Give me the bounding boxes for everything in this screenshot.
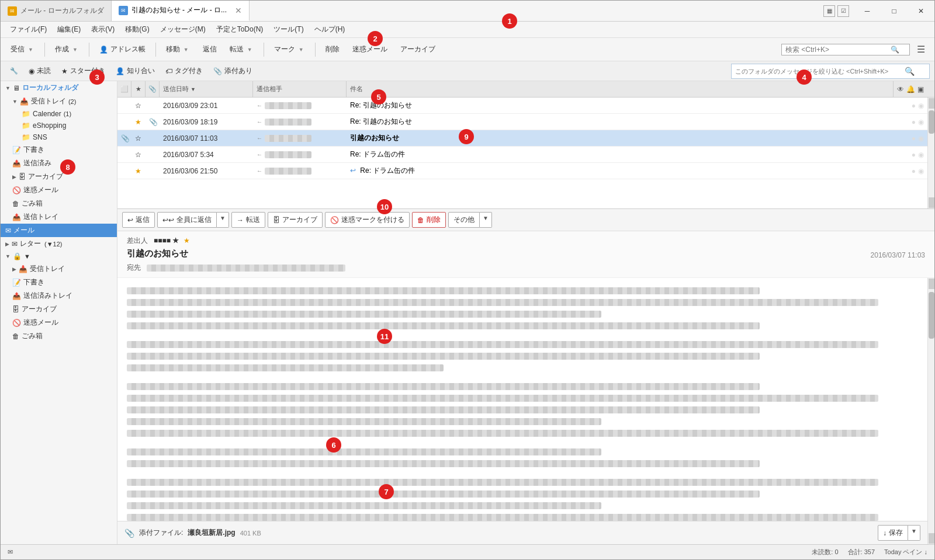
sidebar-item-junk[interactable]: 🚫 迷惑メール [1,183,117,197]
compose-dropdown-arrow[interactable]: ▼ [71,44,79,55]
save-attachment-button[interactable]: ↓ 保存 ▼ [878,525,920,541]
menu-help[interactable]: ヘルプ(H) [310,22,350,37]
reading-reply-button[interactable]: ↩ 返信 [122,212,155,228]
sidebar-item-inbox[interactable]: ▼ 📥 受信トレイ (2) [1,95,117,108]
reading-scrollbar[interactable] [927,278,934,544]
sidebar-item-drafts[interactable]: 📝 下書き [1,143,117,156]
header-star[interactable]: ★ [131,81,146,97]
message-row[interactable]: ★ 2016/03/06 21:50 ← [117,163,927,179]
sidebar-item-trash[interactable]: 🗑 ごみ箱 [1,197,117,210]
sidebar-item-archive2[interactable]: 🗄 アーカイブ [1,302,117,316]
row4-star[interactable]: ☆ [131,151,146,159]
reply-button[interactable]: 返信 [198,41,222,57]
tab-mail[interactable]: ✉ メール - ローカルフォルダ [1,1,112,21]
menu-move[interactable]: 移動(G) [120,22,154,37]
sidebar-item-sent[interactable]: 📤 送信済み [1,156,117,170]
list-scrollbar-thumb[interactable] [929,110,934,134]
sidebar-item-outbox[interactable]: 📤 送信トレイ [1,210,117,224]
sidebar-item-sent2[interactable]: 📤 送信済みトレイ [1,289,117,302]
sidebar-item-calender[interactable]: 📁 Calender (1) [1,108,117,120]
status-layout[interactable]: Today ペイン ↓ [884,548,927,556]
menu-file[interactable]: ファイル(F) [5,22,51,37]
tab-email[interactable]: ✉ 引越のお知らせ - メール - ロ... ✕ [112,1,250,21]
sidebar-item-drafts2[interactable]: 📝 下書き [1,276,117,289]
message-row-selected[interactable]: 📎 ☆ 2016/03/07 11:03 ← [117,130,927,147]
menu-tools[interactable]: ツール(T) [269,22,308,37]
message-row[interactable]: ☆ 2016/03/09 23:01 ← [117,98,927,114]
folder-search-icon[interactable]: 🔍 [905,67,915,76]
receive-dropdown-arrow[interactable]: ▼ [27,44,34,55]
reading-forward-button[interactable]: → 転送 [231,212,265,228]
wc-icon-1[interactable]: ▦ [823,5,835,17]
wc-icon-2[interactable]: ☑ [837,5,849,17]
sidebar-item-local-folder[interactable]: ▼ 🖥 ローカルフォルダ [1,81,117,95]
filter-unread-button[interactable]: ◉ 未読 [24,64,56,78]
junk-button[interactable]: 迷惑メール [347,41,393,57]
row1-star[interactable]: ☆ [131,102,146,110]
filter-tagged-button[interactable]: 🏷 タグ付き [161,64,207,78]
menu-view[interactable]: 表示(V) [86,22,119,37]
menu-todo[interactable]: 予定とToDo(N) [212,22,268,37]
row2-star[interactable]: ★ [131,118,146,126]
folder-search-input[interactable] [735,68,905,75]
reply-all-dropdown-arrow[interactable]: ▼ [217,212,229,228]
sidebar-item-account2[interactable]: ▼ 🔒 ▼ [1,251,117,262]
message-row[interactable]: ★ 📎 2016/03/09 18:19 ← [117,114,927,130]
tab-close-icon[interactable]: ✕ [235,6,242,15]
filter-options-button[interactable]: 🔧 [5,65,23,76]
sidebar-item-sns[interactable]: 📁 SNS [1,131,117,143]
reading-other-button[interactable]: その他 ▼ [448,212,492,228]
sidebar-item-trash2[interactable]: 🗑 ごみ箱 [1,329,117,343]
header-subject[interactable]: 件名 [347,81,894,97]
sidebar-item-letter[interactable]: ▶ ✉ レター (▼12) [1,237,117,251]
move-button[interactable]: 移動 ▼ [161,41,195,58]
compose-button[interactable]: 作成 ▼ [50,41,84,58]
move-dropdown-arrow[interactable]: ▼ [182,44,190,55]
message-row[interactable]: ☆ 2016/03/07 5:34 ← [117,147,927,163]
mark-dropdown-arrow[interactable]: ▼ [297,44,305,55]
reading-delete-button[interactable]: 🗑 削除 [412,212,446,228]
row3-subject: 引越のお知らせ [347,133,908,143]
forward-button[interactable]: 転送 ▼ [224,41,259,58]
tab-mail-icon: ✉ [8,6,17,16]
save-dropdown-arrow[interactable]: ▼ [908,525,920,541]
reading-reply-all-button[interactable]: ↩↩ 全員に返信 ▼ [157,212,229,228]
close-button[interactable]: ✕ [908,1,934,22]
reading-archive-button[interactable]: 🗄 アーカイブ [268,212,323,228]
search-icon[interactable]: 🔍 [891,46,899,54]
reading-junk-button[interactable]: 🚫 迷惑マークを付ける [325,212,410,228]
filter-contact-button[interactable]: 👤 知り合い [111,64,160,78]
reading-body-container: 📎 添付ファイル: 瀬良垣新居.jpg 401 KB ↓ 保存 [117,278,934,544]
header-sender[interactable]: 通信相手 [253,81,347,97]
search-input[interactable] [785,46,891,54]
menu-edit[interactable]: 編集(E) [53,22,85,37]
search-box[interactable]: 🔍 [781,44,910,55]
folder-search-box[interactable]: 🔍 [731,64,930,79]
hamburger-menu[interactable]: ☰ [912,41,930,57]
row3-sender: ← [253,135,347,142]
list-scrollbar[interactable] [927,98,934,208]
forward-dropdown-arrow[interactable]: ▼ [246,44,254,55]
mark-button[interactable]: マーク ▼ [269,41,310,58]
sidebar-item-eshopping[interactable]: 📁 eShopping [1,120,117,131]
maximize-button[interactable]: □ [881,1,908,22]
delete-button[interactable]: 削除 [320,41,345,57]
archive-button[interactable]: アーカイブ [395,41,441,57]
letter-icon: ✉ [12,240,18,248]
other-dropdown-arrow[interactable]: ▼ [480,212,492,228]
receive-button[interactable]: 受信 ▼ [5,41,40,58]
row3-star[interactable]: ☆ [131,134,146,142]
header-date[interactable]: 送信日時 ▼ [160,81,253,97]
attachment-filename[interactable]: 瀬良垣新居.jpg [188,528,235,538]
reading-scrollbar-thumb[interactable] [929,292,934,339]
sidebar-item-inbox2[interactable]: ▶ 📥 受信トレイ [1,262,117,276]
menu-message[interactable]: メッセージ(M) [155,22,210,37]
filter-attachment-button[interactable]: 📎 添付あり [209,64,257,78]
sidebar-item-junk2[interactable]: 🚫 迷惑メール [1,316,117,329]
minimize-button[interactable]: ─ [854,1,881,22]
sidebar-item-archive[interactable]: ▶ 🗄 アーカイブ [1,170,117,183]
filter-starred-button[interactable]: ★ スター付き [57,64,110,78]
row5-star[interactable]: ★ [131,167,146,175]
sidebar-item-mail[interactable]: ✉ メール [1,224,117,237]
addressbook-button[interactable]: 👤 アドレス帳 [94,41,151,57]
